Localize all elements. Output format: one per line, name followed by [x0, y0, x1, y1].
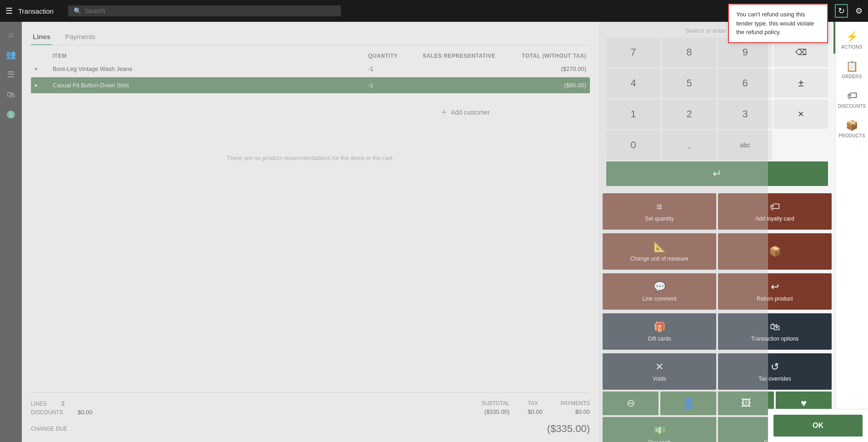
settings-button[interactable]: ⚙	[855, 6, 863, 16]
payments-value: $0.00	[561, 408, 590, 415]
lines-label: LINES	[31, 401, 47, 407]
left-sidebar: ⌂ 👥 ☰ 🛍 2	[0, 22, 22, 442]
action-buttons-container: ≡ Set quantity 🏷 Add loyalty card 📐 Chan…	[599, 191, 835, 442]
payments-label: PAYMENTS	[561, 400, 590, 407]
key-6[interactable]: 6	[718, 69, 772, 98]
change-due-label: CHANGE DUE	[31, 426, 67, 432]
key-0[interactable]: 0	[606, 131, 660, 160]
numpad-area: Search or enter quantity 7 8 9 ⌫ 4 5 6 ±…	[599, 22, 835, 191]
plus-icon: +	[441, 106, 447, 118]
lines-value: 2	[61, 400, 65, 407]
pay-small-icon-2: 👤	[682, 397, 694, 409]
return-product-label: Return product	[757, 296, 793, 302]
set-quantity-button[interactable]: ≡ Set quantity	[603, 193, 716, 230]
sidebar-bag[interactable]: 🛍	[2, 85, 20, 104]
key-multiply[interactable]: ×	[774, 100, 828, 129]
pay-cash-button[interactable]: 💵 Pay cash	[603, 417, 716, 442]
add-customer-button[interactable]: + Add customer	[441, 106, 490, 118]
sidebar-orders[interactable]: 📋 ORDERS	[840, 57, 864, 83]
comment-icon: 💬	[653, 281, 666, 293]
ok-button[interactable]: OK	[773, 415, 863, 437]
return-product-button[interactable]: ↩ Return product	[718, 273, 832, 310]
sidebar-badge-item[interactable]: 2	[2, 105, 20, 124]
key-2[interactable]: 2	[662, 100, 716, 129]
refresh-button[interactable]: ↻	[835, 4, 848, 18]
search-box[interactable]: 🔍	[68, 5, 341, 16]
subtotal-label: SUBTOTAL	[481, 400, 509, 407]
right-panel: Search or enter quantity 7 8 9 ⌫ 4 5 6 ±…	[599, 22, 835, 442]
tab-payments[interactable]: Payments	[63, 29, 97, 45]
key-7[interactable]: 7	[606, 38, 660, 67]
sidebar-menu[interactable]: ☰	[2, 65, 20, 84]
search-input[interactable]	[85, 7, 335, 15]
action-grid-2: 📐 Change unit of measure 📦	[601, 231, 833, 271]
key-1[interactable]: 1	[606, 100, 660, 129]
search-icon: 🔍	[74, 7, 81, 15]
change-due-value: ($335.00)	[547, 423, 590, 435]
line-comment-button[interactable]: 💬 Line comment	[603, 273, 716, 310]
sidebar-products[interactable]: 📦 PRODUCTS	[837, 116, 867, 142]
change-unit-button[interactable]: 📐 Change unit of measure	[603, 233, 716, 270]
products-label: PRODUCTS	[838, 133, 865, 138]
summary-left: LINES 2 DISCOUNTS $0.00	[31, 400, 92, 416]
right-sidebar: ⚡ ACTIONS 📋 ORDERS 🏷 DISCOUNTS 📦 PRODUCT…	[835, 22, 868, 442]
item-total: ($65.00)	[514, 82, 586, 89]
sidebar-users[interactable]: 👥	[2, 45, 20, 64]
item-quantity: -1	[368, 82, 423, 89]
voids-label: Voids	[653, 376, 666, 382]
discounts-icon: 🏷	[847, 90, 857, 102]
key-5[interactable]: 5	[662, 69, 716, 98]
key-abc[interactable]: abc	[718, 131, 772, 160]
tab-lines[interactable]: Lines	[31, 29, 52, 45]
discounts-label: DISCOUNTS	[838, 104, 866, 109]
transaction-icon: 🛍	[770, 321, 780, 333]
table-row[interactable]: ▾ Boot-Leg Vintage Wash Jeans -1 ($270.0…	[31, 61, 590, 77]
key-plusminus[interactable]: ±	[774, 69, 828, 98]
sidebar-actions[interactable]: ⚡ ACTIONS	[839, 27, 864, 53]
transaction-options-label: Transaction options	[751, 336, 798, 342]
change-due-row: CHANGE DUE ($335.00)	[31, 423, 590, 435]
box-icon: 📦	[769, 246, 781, 257]
col-item: ITEM	[53, 53, 368, 59]
sidebar-discounts[interactable]: 🏷 DISCOUNTS	[836, 86, 868, 112]
tax-overrides-button[interactable]: ↺ Tax overrides	[718, 353, 832, 390]
hamburger-icon[interactable]: ☰	[5, 6, 13, 16]
gift-cards-button[interactable]: 🎁 Gift cards	[603, 313, 716, 350]
pay-small-icon-4: ♥	[801, 397, 807, 409]
add-customer-area: + Add customer	[432, 97, 499, 127]
item-name: Boot-Leg Vintage Wash Jeans	[53, 65, 368, 72]
transaction-options-button[interactable]: 🛍 Transaction options	[718, 313, 832, 350]
tax-overrides-label: Tax overrides	[758, 376, 791, 382]
key-decimal[interactable]: .	[662, 131, 716, 160]
action-grid-1: ≡ Set quantity 🏷 Add loyalty card	[601, 191, 833, 231]
item-quantity: -1	[368, 65, 423, 72]
unknown-action-button[interactable]: 📦	[718, 233, 832, 270]
pay-small-2[interactable]: 👤	[660, 392, 716, 415]
key-8[interactable]: 8	[662, 38, 716, 67]
orders-label: ORDERS	[842, 74, 862, 79]
void-icon: ✕	[655, 361, 663, 373]
pay-small-3[interactable]: 🖼	[718, 392, 774, 415]
gift-icon: 🎁	[653, 321, 666, 333]
set-quantity-icon: ≡	[657, 201, 663, 213]
enter-key[interactable]: ↵	[606, 161, 828, 186]
key-4[interactable]: 4	[606, 69, 660, 98]
change-unit-icon: 📐	[653, 241, 666, 253]
sidebar-home[interactable]: ⌂	[2, 25, 20, 44]
voids-button[interactable]: ✕ Voids	[603, 353, 716, 390]
pay-cash-label: Pay cash	[648, 439, 670, 442]
sidebar-badge: 2	[7, 110, 15, 119]
expand-icon: ▾	[35, 82, 53, 89]
tax-value: $0.00	[528, 408, 543, 415]
actions-label: ACTIONS	[841, 45, 863, 50]
key-3[interactable]: 3	[718, 100, 772, 129]
pay-small-icon-3: 🖼	[741, 397, 751, 409]
line-comment-label: Line comment	[642, 296, 676, 302]
actions-icon: ⚡	[846, 31, 858, 43]
content-area: Lines Payments ITEM QUANTITY SALES REPRE…	[22, 22, 599, 442]
add-loyalty-card-button[interactable]: 🏷 Add loyalty card	[718, 193, 832, 230]
table-row[interactable]: ▾ Casual Fit Button-Down Shirt -1 ($65.0…	[31, 77, 590, 94]
pay-small-1[interactable]: ⊖	[603, 392, 658, 415]
add-loyalty-label: Add loyalty card	[755, 216, 794, 222]
numpad-grid: 7 8 9 ⌫ 4 5 6 ± 1 2 3 × 0 . abc ↵	[606, 38, 828, 186]
